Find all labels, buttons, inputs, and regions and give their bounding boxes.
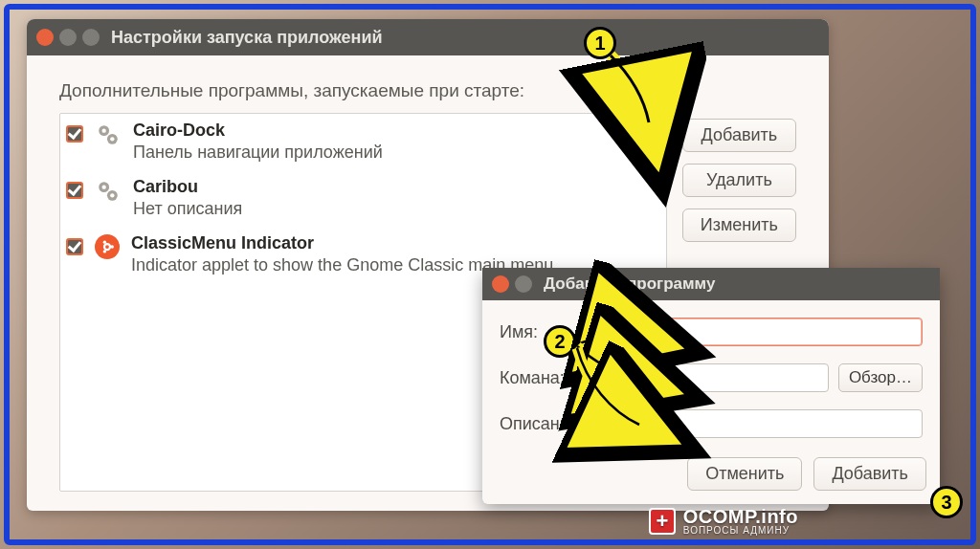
window-maximize-icon[interactable] (515, 275, 532, 293)
checkbox-icon[interactable] (66, 238, 83, 255)
window-title: Настройки запуска приложений (111, 28, 383, 48)
item-name: Cairo-Dock (133, 120, 383, 142)
watermark-title: OCOMP.info (683, 507, 798, 526)
svg-point-8 (104, 244, 110, 250)
window-close-icon[interactable] (36, 29, 54, 46)
watermark-subtitle: ВОПРОСЫ АДМИНУ (683, 526, 798, 536)
titlebar[interactable]: Настройки запуска приложений (27, 19, 829, 55)
dialog-add-button[interactable]: Добавить (813, 457, 926, 491)
svg-point-6 (102, 186, 106, 189)
callout-badge-3: 3 (930, 486, 963, 518)
item-name: ClassicMenu Indicator (131, 232, 553, 254)
add-button[interactable]: Добавить (682, 119, 796, 152)
svg-point-2 (102, 129, 106, 133)
item-desc: Нет описания (133, 198, 242, 220)
remove-button[interactable]: Удалить (682, 164, 796, 197)
gears-icon (95, 178, 122, 205)
window-close-icon[interactable] (492, 275, 509, 293)
section-header: Дополнительные программы, запускаемые пр… (59, 80, 796, 101)
arrow-icon (553, 316, 678, 463)
watermark: + OCOMP.info ВОПРОСЫ АДМИНУ (649, 507, 798, 536)
svg-point-3 (110, 137, 114, 141)
add-program-dialog: Добавить программу Имя: Комана: Обзор… О… (482, 268, 940, 504)
gears-icon (95, 121, 122, 148)
svg-point-11 (103, 250, 106, 253)
list-item[interactable]: Caribou Нет описания (60, 170, 666, 227)
svg-point-7 (110, 193, 114, 197)
dialog-titlebar[interactable]: Добавить программу (482, 268, 940, 300)
edit-button[interactable]: Изменить (682, 209, 796, 242)
dialog-title: Добавить программу (544, 274, 715, 294)
window-maximize-icon[interactable] (82, 29, 100, 46)
plus-icon: + (649, 508, 676, 535)
checkbox-icon[interactable] (66, 125, 83, 143)
arrow-icon (591, 46, 678, 145)
cancel-button[interactable]: Отменить (687, 457, 802, 491)
item-name: Caribou (133, 176, 242, 198)
list-item[interactable]: Cairo-Dock Панель навигации приложений (60, 114, 666, 170)
svg-point-9 (111, 245, 114, 248)
item-desc: Панель навигации приложений (133, 142, 383, 164)
browse-button[interactable]: Обзор… (838, 363, 923, 392)
ubuntu-icon (95, 234, 120, 259)
svg-point-10 (103, 240, 106, 243)
window-minimize-icon[interactable] (59, 29, 77, 46)
checkbox-icon[interactable] (66, 182, 83, 199)
